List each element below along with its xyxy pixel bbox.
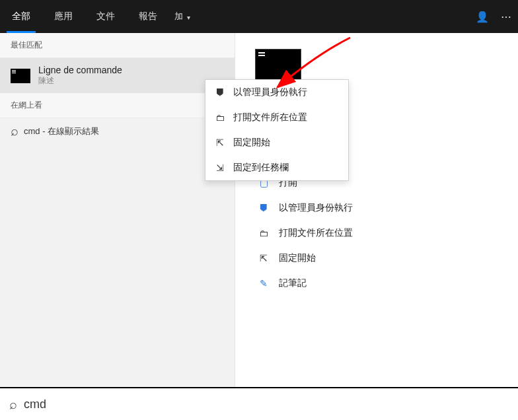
web-result-item[interactable]: cmd - 在線顯示結果 <box>0 118 235 144</box>
search-bar <box>0 387 518 420</box>
action-admin-label: 以管理員身份執行 <box>279 202 353 214</box>
feedback-icon[interactable]: 👤 <box>476 11 489 23</box>
note-icon <box>258 278 270 289</box>
action-location-label: 打開文件所在位置 <box>279 227 353 239</box>
tab-more-dropdown[interactable]: 加 <box>174 0 190 33</box>
result-title: Ligne de commande <box>38 65 122 75</box>
folder-icon <box>258 228 270 238</box>
web-section-header: 在網上看 <box>0 93 235 118</box>
context-menu: 以管理員身份執行 打開文件所在位置 固定開始 固定到任務欄 <box>205 79 349 181</box>
pin-icon <box>258 253 270 263</box>
context-open-file-location[interactable]: 打開文件所在位置 <box>205 105 348 130</box>
best-match-header: 最佳匹配 <box>0 33 235 58</box>
tab-all[interactable]: 全部 <box>0 0 42 33</box>
action-open-file-location[interactable]: 打開文件所在位置 <box>255 222 498 244</box>
tab-more-label: 加 <box>174 11 183 22</box>
context-location-label: 打開文件所在位置 <box>233 112 307 123</box>
context-admin-label: 以管理員身份執行 <box>233 87 307 98</box>
action-take-notes[interactable]: 記筆記 <box>255 272 498 295</box>
tab-reports[interactable]: 報告 <box>127 0 169 33</box>
tab-documents[interactable]: 文件 <box>85 0 127 33</box>
shield-icon <box>258 203 270 213</box>
pin-icon <box>215 137 225 148</box>
search-icon <box>9 397 17 412</box>
shield-icon <box>215 87 225 98</box>
search-icon <box>11 123 18 139</box>
more-options-icon[interactable]: ⋯ <box>501 11 511 23</box>
top-navigation-bar: 全部 應用 文件 報告 加 👤 ⋯ <box>0 0 518 33</box>
context-run-as-admin[interactable]: 以管理員身份執行 <box>205 80 348 105</box>
tab-apps[interactable]: 應用 <box>42 0 85 33</box>
result-text: Ligne de commande 陳述 <box>38 65 122 87</box>
cmd-icon <box>11 69 30 83</box>
action-pin-to-start[interactable]: 固定開始 <box>255 247 498 269</box>
results-pane: 最佳匹配 Ligne de commande 陳述 在網上看 cmd - 在線顯… <box>0 33 235 387</box>
context-pin-start-label: 固定開始 <box>233 137 270 149</box>
context-pin-to-taskbar[interactable]: 固定到任務欄 <box>205 155 348 180</box>
action-run-as-admin[interactable]: 以管理員身份執行 <box>255 197 498 219</box>
pin-taskbar-icon <box>215 162 225 173</box>
action-pin-start-label: 固定開始 <box>279 252 316 264</box>
web-result-label: cmd - 在線顯示結果 <box>24 125 99 137</box>
result-item-cmd[interactable]: Ligne de commande 陳述 <box>0 58 235 93</box>
context-pin-taskbar-label: 固定到任務欄 <box>233 162 289 174</box>
action-notes-label: 記筆記 <box>279 277 307 289</box>
chevron-down-icon <box>183 12 190 22</box>
result-subtitle: 陳述 <box>38 75 122 87</box>
topbar-right-controls: 👤 ⋯ <box>476 11 511 23</box>
tab-strip: 全部 應用 文件 報告 加 <box>0 0 190 33</box>
context-pin-to-start[interactable]: 固定開始 <box>205 130 348 155</box>
folder-icon <box>215 112 225 123</box>
search-input[interactable] <box>24 398 509 411</box>
preview-action-list: 打開 以管理員身份執行 打開文件所在位置 固定開始 記筆記 <box>255 172 498 295</box>
